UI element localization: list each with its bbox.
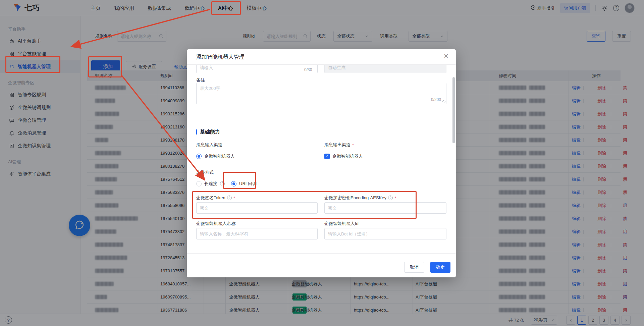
input-channel-option[interactable]: 企微智能机器人 bbox=[196, 153, 235, 159]
radio-checked-icon[interactable] bbox=[196, 154, 202, 159]
remark-label: 备注 bbox=[196, 77, 205, 83]
output-channel-option[interactable]: ✓ 企微智能机器人 bbox=[324, 153, 363, 159]
basic-capability-title: 基础能力 bbox=[200, 129, 220, 135]
question-icon[interactable]: ? bbox=[220, 181, 225, 186]
footer-divider bbox=[187, 253, 456, 254]
modal-title: 添加智能机器人管理 bbox=[196, 54, 245, 61]
remark-textarea[interactable] bbox=[196, 83, 446, 104]
basic-capability-section: 基础能力 bbox=[196, 129, 220, 135]
resize-handle[interactable] bbox=[442, 100, 445, 103]
close-icon[interactable]: × bbox=[444, 52, 448, 60]
input-channel-label: 消息输入渠道 bbox=[196, 142, 222, 148]
question-icon[interactable]: ? bbox=[388, 196, 393, 200]
connect-mode-label: 连接方式 bbox=[196, 169, 214, 175]
token-label: 企微签名Token ?* bbox=[196, 195, 235, 201]
token-input[interactable] bbox=[196, 202, 318, 214]
bot-id-input[interactable] bbox=[324, 228, 446, 239]
url-callback-option[interactable]: URL回调 bbox=[231, 181, 257, 187]
section-divider bbox=[196, 120, 446, 120]
long-connection-label: 长连接 bbox=[204, 181, 217, 187]
bot-name-label: 企微智能机器人名称 bbox=[196, 221, 235, 227]
section-accent-bar bbox=[196, 129, 197, 134]
required-asterisk: * bbox=[394, 196, 396, 201]
bot-name-input[interactable] bbox=[196, 228, 318, 239]
checkbox-checked-icon[interactable]: ✓ bbox=[324, 154, 330, 159]
url-callback-label: URL回调 bbox=[239, 181, 257, 187]
add-bot-modal: 添加智能机器人管理 × 0/30 备注 0/200 基础能力 消息输入渠道 消息… bbox=[187, 49, 456, 277]
output-channel-option-label: 企微智能机器人 bbox=[332, 153, 363, 159]
aeskey-label-text: 企微加密密钥Encoding-AESKey bbox=[324, 195, 386, 201]
auto-generate-input bbox=[324, 65, 446, 73]
bot-name-input-partial[interactable] bbox=[196, 65, 318, 73]
output-channel-label-text: 消息输出渠道 bbox=[324, 142, 351, 148]
bot-id-label: 企微智能机器人Id bbox=[324, 221, 359, 227]
aeskey-label: 企微加密密钥Encoding-AESKey ?* bbox=[324, 195, 396, 201]
required-asterisk: * bbox=[352, 143, 354, 148]
modal-scrollbar[interactable] bbox=[452, 77, 455, 143]
scrolled-row-clip: 0/30 bbox=[196, 65, 446, 76]
cancel-button[interactable]: 取消 bbox=[404, 262, 424, 273]
question-icon[interactable]: ? bbox=[227, 196, 232, 200]
required-asterisk: * bbox=[233, 196, 235, 201]
radio-unchecked-icon[interactable] bbox=[196, 181, 202, 186]
name-counter: 0/30 bbox=[304, 67, 312, 72]
confirm-button[interactable]: 确定 bbox=[430, 262, 450, 273]
output-channel-label: 消息输出渠道* bbox=[324, 142, 354, 148]
aeskey-input[interactable] bbox=[324, 202, 446, 214]
input-channel-option-label: 企微智能机器人 bbox=[204, 153, 235, 159]
app-root: 七巧 主页我的应用数据&集成低码中心AI中心模板中心 新手指引 访问用户端 bbox=[0, 0, 644, 326]
remark-counter: 0/200 bbox=[431, 97, 441, 102]
long-connection-option[interactable]: 长连接 ? bbox=[196, 181, 225, 187]
token-label-text: 企微签名Token bbox=[196, 195, 225, 201]
radio-checked-icon[interactable] bbox=[231, 181, 236, 186]
